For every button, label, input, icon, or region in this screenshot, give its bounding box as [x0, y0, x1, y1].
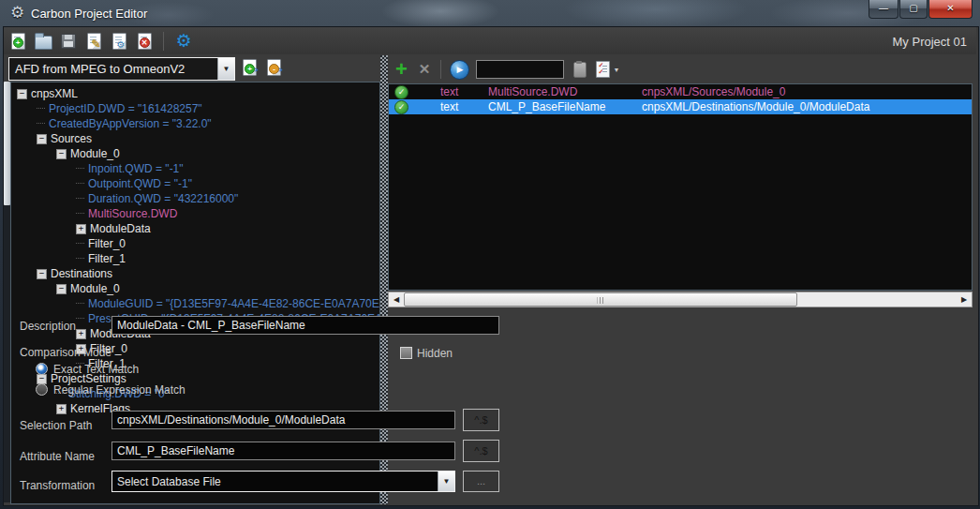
tree-item-label: Inpoint.QWD = "-1" — [88, 161, 184, 176]
scrollbar-thumb[interactable] — [404, 292, 797, 307]
tree-item-label: Outpoint.QWD = "-1" — [88, 176, 192, 191]
tree-item[interactable]: −Destinations — [11, 266, 379, 281]
expand-icon[interactable]: + — [76, 329, 86, 339]
attribute-name-input[interactable] — [111, 442, 455, 460]
rule-row[interactable]: ✓textMultiSource.DWDcnpsXML/Sources/Modu… — [389, 84, 972, 99]
hidden-label: Hidden — [417, 347, 453, 360]
collapse-icon[interactable]: − — [37, 374, 47, 384]
checklist-report-icon[interactable] — [596, 61, 610, 78]
export-project-icon[interactable]: ⚙ — [108, 31, 130, 52]
scroll-right-arrow-icon[interactable]: ▶ — [957, 292, 972, 307]
rule-status-check-icon: ✓ — [394, 100, 408, 114]
tree-item[interactable]: −cnpsXML — [11, 86, 379, 101]
settings-gear-icon[interactable]: ⚙ — [172, 31, 195, 52]
rules-filter-input[interactable] — [476, 60, 564, 79]
rules-horizontal-scrollbar[interactable]: ◀ ▶ — [388, 292, 973, 307]
tree-item-label: Filter_0 — [88, 236, 126, 251]
tree-item-label: Module_0 — [70, 281, 120, 296]
tree-item[interactable]: MultiSource.DWD — [11, 206, 379, 221]
tree-item-label: Destinations — [51, 266, 112, 281]
tree-item[interactable]: Filter_0 — [11, 236, 379, 251]
tree-connector-line — [76, 213, 84, 215]
collapse-icon[interactable]: − — [37, 134, 47, 144]
scrollbar-track[interactable] — [797, 292, 957, 307]
maximize-button[interactable]: ▢ — [899, 0, 928, 19]
regular-expression-match-label: Regular Expression Match — [53, 383, 186, 397]
close-button[interactable]: ✕ — [928, 0, 973, 19]
add-rule-icon[interactable]: + — [395, 59, 408, 80]
comparison-mode-label: Comparison Mode — [20, 346, 111, 359]
scroll-left-arrow-icon[interactable]: ◀ — [389, 292, 404, 307]
tree-item[interactable]: CreatedByAppVersion = "3.22.0" — [11, 116, 379, 131]
hidden-checkbox[interactable] — [400, 347, 412, 359]
tree-item[interactable]: Duration.QWD = "432216000" — [11, 191, 379, 206]
rule-path-cell: cnpsXML/Sources/Module_0 — [642, 84, 785, 99]
transformation-browse-button[interactable]: ... — [463, 471, 499, 492]
selection-path-regex-button[interactable]: ^.$ — [463, 409, 499, 431]
rule-type-cell: text — [440, 99, 458, 114]
checklist-dropdown-caret-icon[interactable]: ▼ — [613, 67, 619, 73]
expand-icon[interactable]: + — [76, 224, 86, 234]
rule-name-cell: MultiSource.DWD — [488, 84, 577, 99]
toolbar-separator — [163, 32, 164, 51]
collapse-icon[interactable]: − — [56, 149, 67, 159]
tree-item[interactable]: ProjectID.DWD = "161428257" — [11, 101, 379, 116]
tree-item[interactable]: −Module_0 — [11, 146, 379, 161]
window-title: Carbon Project Editor — [31, 7, 147, 21]
expand-icon[interactable]: + — [56, 404, 67, 414]
tree-scrollbar-thumb[interactable] — [4, 82, 10, 205]
exact-text-match-radio[interactable] — [36, 363, 48, 375]
tree-connector-line — [76, 243, 84, 245]
tree-item-label: CreatedByAppVersion = "3.22.0" — [49, 116, 212, 131]
tree-connector-line — [76, 198, 84, 200]
app-gear-icon: ⚙ — [8, 4, 26, 22]
description-input[interactable] — [111, 316, 499, 335]
panel-splitter[interactable] — [380, 55, 388, 504]
delete-rule-icon[interactable]: ✕ — [419, 61, 431, 78]
attribute-name-regex-button[interactable]: ^.$ — [463, 440, 499, 462]
delete-project-icon[interactable]: ✕ — [133, 31, 156, 52]
project-name-label: My Project 01 — [893, 35, 967, 49]
window-content: + ✎ ⚙ ✕ ⚙ My Project 01 — [3, 26, 979, 506]
tree-item-label: ProjectID.DWD = "161428257" — [49, 101, 202, 116]
paste-clipboard-icon[interactable] — [573, 62, 587, 78]
edit-project-icon[interactable]: ✎ — [82, 31, 105, 52]
save-project-icon[interactable] — [57, 31, 80, 52]
collapse-icon[interactable]: − — [37, 269, 47, 279]
run-icon[interactable]: ▶ — [450, 60, 469, 80]
preset-dropdown-arrow-icon[interactable]: ▼ — [217, 58, 234, 80]
tree-vertical-scrollbar[interactable] — [4, 82, 10, 502]
regular-expression-match-radio[interactable] — [36, 383, 48, 396]
tree-connector-line — [37, 108, 45, 110]
tree-item-label: MultiSource.DWD — [88, 206, 177, 221]
preset-combobox[interactable]: AFD from MPEG to OmneonV2 ▼ — [8, 57, 235, 81]
selection-path-input[interactable] — [111, 411, 455, 429]
tree-item[interactable]: Outpoint.QWD = "-1" — [11, 176, 379, 191]
new-project-icon[interactable]: + — [7, 31, 29, 52]
tree-item[interactable]: +ModuleData — [11, 221, 379, 236]
tree-item[interactable]: Filter_1 — [11, 251, 379, 266]
remove-xml-template-icon[interactable]: </>- — [265, 58, 284, 77]
transformation-dropdown-arrow-icon[interactable]: ▼ — [438, 472, 454, 491]
add-xml-template-icon[interactable]: </>+ — [241, 58, 260, 77]
transformation-selected-value: Select Database File — [112, 475, 438, 488]
tree-item[interactable]: ModuleGUID = "{D13E5F97-4A4E-4E82-86CE-E… — [11, 296, 379, 311]
tree-item[interactable]: −Module_0 — [11, 281, 379, 296]
transformation-combobox[interactable]: Select Database File ▼ — [111, 471, 455, 492]
tree-item-label: ModuleGUID = "{D13E5F97-4A4E-4E82-86CE-E… — [88, 296, 380, 311]
tree-item[interactable]: −Sources — [11, 131, 379, 146]
rule-row[interactable]: ✓textCML_P_BaseFileNamecnpsXML/Destinati… — [389, 99, 972, 114]
tree-item-label: cnpsXML — [31, 86, 78, 101]
tree-connector-line — [76, 183, 84, 185]
title-bar[interactable]: ⚙ Carbon Project Editor — ▢ ✕ — [0, 0, 980, 26]
open-project-icon[interactable] — [32, 31, 54, 52]
collapse-icon[interactable]: − — [17, 89, 27, 99]
tree-connector-line — [37, 123, 45, 125]
tree-item-label: Sources — [51, 131, 92, 146]
collapse-icon[interactable]: − — [56, 284, 67, 294]
minimize-button[interactable]: — — [869, 0, 898, 19]
tree-item-label: Filter_1 — [88, 251, 126, 266]
rules-list: ✓textMultiSource.DWDcnpsXML/Sources/Modu… — [388, 83, 973, 291]
tree-item[interactable]: Inpoint.QWD = "-1" — [11, 161, 379, 176]
carbon-project-editor-window: ⚙ Carbon Project Editor — ▢ ✕ + ✎ ⚙ — [0, 0, 980, 509]
